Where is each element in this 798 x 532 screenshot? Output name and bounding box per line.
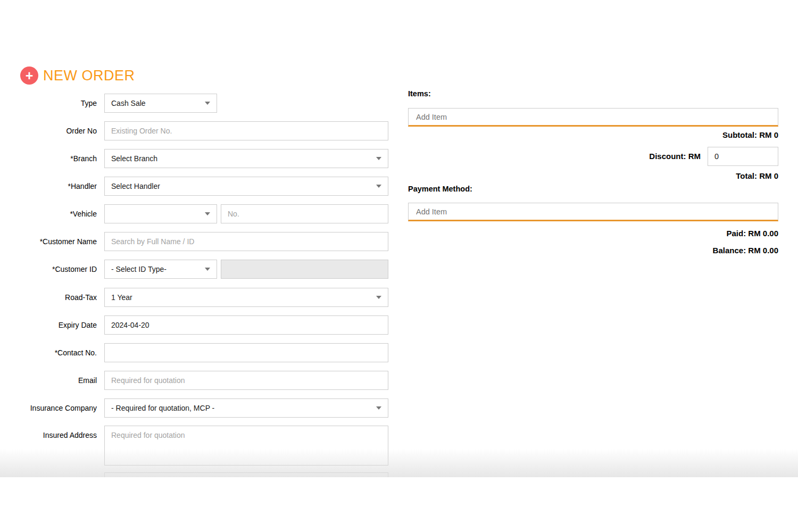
customer-id-label: *Customer ID	[19, 260, 97, 279]
chevron-down-icon	[376, 157, 381, 160]
add-item-input[interactable]	[408, 108, 778, 127]
below-content-area	[0, 477, 798, 532]
insurance-company-select[interactable]: - Required for quotation, MCP -	[104, 398, 388, 418]
insured-address-textarea[interactable]	[104, 426, 388, 466]
id-type-select[interactable]: - Select ID Type-	[104, 260, 217, 279]
field-row-email: Email	[19, 371, 391, 390]
add-payment-input[interactable]	[408, 203, 778, 221]
items-label: Items:	[408, 89, 431, 98]
email-label: Email	[19, 371, 97, 390]
chevron-down-icon	[376, 296, 381, 299]
field-row-handler: *Handler Select Handler	[19, 177, 391, 196]
insurance-company-label: Insurance Company	[19, 398, 97, 418]
subtotal-text: Subtotal: RM 0	[722, 130, 778, 139]
field-row-order-no: Order No	[19, 121, 391, 140]
order-no-input[interactable]	[104, 121, 388, 140]
email-input[interactable]	[104, 371, 388, 390]
type-select[interactable]: Cash Sale	[104, 94, 217, 113]
handler-select[interactable]: Select Handler	[104, 177, 388, 196]
expiry-date-label: Expiry Date	[19, 315, 97, 335]
road-tax-select[interactable]: 1 Year	[104, 288, 388, 307]
road-tax-label: Road-Tax	[19, 288, 97, 307]
order-no-label: Order No	[19, 121, 97, 140]
branch-label: *Branch	[19, 149, 97, 168]
chevron-down-icon	[205, 212, 210, 215]
field-row-insurance-company: Insurance Company - Required for quotati…	[19, 398, 391, 418]
paid-text: Paid: RM 0.00	[726, 229, 778, 238]
vehicle-select[interactable]	[104, 204, 217, 223]
road-tax-select-value: 1 Year	[111, 293, 132, 302]
chevron-down-icon	[376, 185, 381, 188]
field-row-vehicle: *Vehicle	[19, 204, 391, 223]
handler-label: *Handler	[19, 177, 97, 196]
plus-icon[interactable]: +	[20, 66, 38, 85]
payment-method-label: Payment Method:	[408, 185, 472, 193]
field-row-customer-name: *Customer Name	[19, 232, 391, 251]
insured-address-label: Insured Address	[19, 426, 97, 445]
branch-select-value: Select Branch	[111, 154, 157, 163]
type-select-value: Cash Sale	[111, 99, 146, 107]
insurance-company-select-value: - Required for quotation, MCP -	[111, 404, 214, 412]
vehicle-no-input[interactable]	[221, 204, 388, 223]
type-label: Type	[19, 94, 97, 113]
total-text: Total: RM 0	[736, 171, 778, 180]
field-row-expiry-date: Expiry Date	[19, 315, 391, 335]
branch-select[interactable]: Select Branch	[104, 149, 388, 168]
discount-input[interactable]	[708, 147, 778, 166]
contact-no-label: *Contact No.	[19, 343, 97, 362]
chevron-down-icon	[205, 102, 210, 105]
field-row-customer-id: *Customer ID - Select ID Type-	[19, 260, 391, 279]
expiry-date-input[interactable]	[104, 315, 388, 335]
discount-label: Discount: RM	[649, 147, 701, 166]
new-order-page: + NEW ORDER Type Cash Sale Order No *Bra…	[0, 0, 798, 532]
chevron-down-icon	[376, 406, 381, 410]
field-row-type: Type Cash Sale	[19, 94, 391, 113]
field-row-branch: *Branch Select Branch	[19, 149, 391, 168]
customer-name-input[interactable]	[104, 232, 388, 251]
field-row-contact-no: *Contact No.	[19, 343, 391, 362]
contact-no-input[interactable]	[104, 343, 388, 362]
handler-select-value: Select Handler	[111, 182, 160, 190]
vehicle-label: *Vehicle	[19, 204, 97, 223]
chevron-down-icon	[205, 268, 210, 271]
page-title: NEW ORDER	[43, 68, 135, 84]
field-row-insured-address: Insured Address	[19, 426, 391, 466]
id-type-select-value: - Select ID Type-	[111, 265, 167, 273]
balance-text: Balance: RM 0.00	[713, 246, 778, 255]
customer-name-label: *Customer Name	[19, 232, 97, 251]
customer-id-input	[221, 260, 388, 279]
field-row-road-tax: Road-Tax 1 Year	[19, 288, 391, 307]
